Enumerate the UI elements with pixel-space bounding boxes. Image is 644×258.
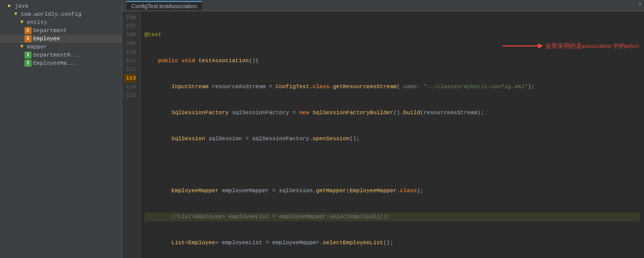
code-line-109: SqlSessionFactory sqlSessionFactory = ne… <box>145 109 640 117</box>
tree-label: DepartmentM... <box>33 52 80 58</box>
line-num-114: 114 <box>124 83 136 91</box>
tree-label: mapper <box>27 44 47 50</box>
code-line-112: EmployeeMapper employeeMapper = sqlSessi… <box>145 187 640 195</box>
tree-item-employeema[interactable]: I EmployeeMa... <box>0 59 122 67</box>
line-num-113: 113 <box>124 74 136 83</box>
line-num-106: 106 <box>124 13 136 22</box>
line-num-108: 108 <box>124 31 136 39</box>
line-num-115: 115 <box>124 91 136 100</box>
tree-item-entity[interactable]: ▼ entity <box>0 18 122 27</box>
code-line-114: List<Employee> employeeList = employeeMa… <box>145 239 640 247</box>
svg-marker-1 <box>538 43 543 48</box>
annotation-bubble: 这里采用的是asssociation 中的select <box>502 41 639 51</box>
code-line-110: SqlSession sqlSession = sqlSessionFactor… <box>145 135 640 143</box>
editor-tab[interactable]: ConfigTest.testAssociation <box>126 1 202 10</box>
folder-icon: ▶ <box>6 3 13 10</box>
line-num-107: 107 <box>124 22 136 31</box>
code-line-113: //List<Employee> employeeList = employee… <box>145 213 640 221</box>
tree-item-departmentm[interactable]: I DepartmentM... <box>0 51 122 59</box>
tree-label: EmployeeMa... <box>33 60 77 66</box>
line-num-112: 112 <box>124 65 136 74</box>
red-arrow-svg <box>502 41 543 51</box>
editor-tab-bar: ConfigTest.testAssociation <box>122 0 644 11</box>
line-num-110: 110 <box>124 48 136 57</box>
code-line-107: public void testAssociation(){ <box>145 57 640 65</box>
class-icon: C <box>24 27 32 34</box>
code-line-108: InputStream resourceAsStream = ConfigTes… <box>145 83 640 91</box>
annotation-text: 这里采用的是asssociation 中的select <box>545 42 639 50</box>
tree-item-employee[interactable]: C Employee <box>0 35 122 43</box>
folder-icon: ▼ <box>18 19 25 26</box>
editor-area: ▶ java ▼ com.worldly.config ▼ entity C D… <box>0 0 644 258</box>
tree-label: com.worldly.config <box>21 11 81 17</box>
class-icon: C <box>24 35 32 42</box>
tree-label: java <box>15 3 28 9</box>
folder-icon: ▼ <box>18 43 25 50</box>
code-pane: ConfigTest.testAssociation 106 107 108 1… <box>122 0 644 258</box>
code-line-106: @test <box>145 31 640 39</box>
tree-item-config[interactable]: ▼ com.worldly.config <box>0 10 122 18</box>
tree-item-java[interactable]: ▶ java <box>0 2 122 10</box>
code-line-111 <box>145 161 640 169</box>
line-num-109: 109 <box>124 39 136 48</box>
line-num-111: 111 <box>124 57 136 65</box>
tree-label: Employee <box>33 36 60 42</box>
interface-icon: I <box>24 60 32 67</box>
tree-item-mapper[interactable]: ▼ mapper <box>0 43 122 51</box>
close-panel-button[interactable]: ✕ <box>636 0 644 8</box>
line-numbers: 106 107 108 109 110 111 112 113 114 115 <box>122 11 141 258</box>
tree-label: entity <box>27 19 47 25</box>
tree-label: Department <box>33 28 67 34</box>
tree-item-department[interactable]: C Department <box>0 27 122 35</box>
project-tree: ▶ java ▼ com.worldly.config ▼ entity C D… <box>0 0 122 258</box>
folder-icon: ▼ <box>12 11 19 18</box>
interface-icon: I <box>24 51 32 59</box>
